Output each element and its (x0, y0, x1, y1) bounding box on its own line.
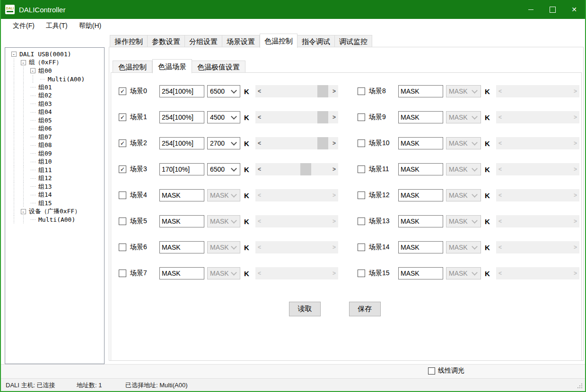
tree-expander[interactable]: - (18, 208, 28, 216)
scene-cct-select[interactable]: MASK (446, 111, 481, 123)
scene-level-input[interactable] (159, 267, 204, 279)
scene-cct-select[interactable]: 2700 (207, 137, 240, 149)
scene-checkbox[interactable] (119, 270, 126, 277)
main-tab-1[interactable]: 参数设置 (148, 35, 185, 47)
tree-expander[interactable]: - (18, 59, 28, 67)
scene-checkbox[interactable]: ✓ (119, 113, 126, 121)
scene-cct-select[interactable]: MASK (446, 267, 481, 279)
tree-row[interactable]: 组09 (5, 149, 104, 158)
scene-checkbox[interactable] (119, 192, 126, 199)
tree-row[interactable]: 组08 (5, 141, 104, 150)
tree-row[interactable]: -组（0xFF） (5, 59, 104, 67)
scroll-left-arrow-icon[interactable]: < (496, 189, 504, 201)
scene-cct-scrollbar[interactable]: <> (255, 111, 338, 123)
tree-row[interactable]: 组04 (5, 108, 104, 117)
tree-row[interactable]: 组01 (5, 83, 104, 92)
scroll-right-arrow-icon[interactable]: > (571, 163, 579, 175)
scroll-right-arrow-icon[interactable]: > (571, 241, 579, 253)
scroll-left-arrow-icon[interactable]: < (255, 241, 263, 253)
scrollbar-thumb[interactable] (300, 163, 311, 175)
tree-row[interactable]: Multi(A00) (5, 75, 104, 84)
menu-item-0[interactable]: 文件(F) (7, 19, 40, 33)
scene-level-input[interactable] (159, 85, 204, 97)
scene-level-input[interactable] (159, 137, 204, 149)
scroll-right-arrow-icon[interactable]: > (330, 189, 338, 201)
scene-cct-select[interactable]: MASK (207, 267, 240, 279)
scroll-right-arrow-icon[interactable]: > (571, 215, 579, 227)
scene-cct-scrollbar[interactable]: <> (255, 215, 338, 227)
scroll-right-arrow-icon[interactable]: > (330, 163, 338, 175)
scene-level-input[interactable] (398, 137, 443, 149)
scene-cct-select[interactable]: 6500 (207, 85, 240, 97)
scene-cct-select[interactable]: MASK (446, 137, 481, 149)
minimize-button[interactable] (520, 0, 542, 19)
scene-cct-scrollbar[interactable]: <> (496, 215, 579, 227)
scroll-left-arrow-icon[interactable]: < (496, 111, 504, 123)
scene-level-input[interactable] (159, 215, 204, 227)
scroll-left-arrow-icon[interactable]: < (496, 267, 504, 279)
scroll-right-arrow-icon[interactable]: > (571, 189, 579, 201)
scene-cct-scrollbar[interactable]: <> (496, 137, 579, 149)
scroll-left-arrow-icon[interactable]: < (255, 267, 263, 279)
scene-checkbox[interactable] (119, 244, 126, 251)
scroll-left-arrow-icon[interactable]: < (496, 85, 504, 97)
tree-row[interactable]: 组10 (5, 158, 104, 166)
scroll-right-arrow-icon[interactable]: > (330, 111, 338, 123)
scroll-left-arrow-icon[interactable]: < (496, 137, 504, 149)
scene-level-input[interactable] (398, 241, 443, 253)
tree-row[interactable]: -DALI USB(0001) (5, 50, 104, 59)
sub-tab-0[interactable]: 色温控制 (113, 61, 152, 73)
scene-cct-select[interactable]: MASK (446, 189, 481, 201)
scene-cct-scrollbar[interactable]: <> (255, 189, 338, 201)
scene-cct-scrollbar[interactable]: <> (496, 111, 579, 123)
scroll-right-arrow-icon[interactable]: > (571, 267, 579, 279)
menu-item-2[interactable]: 帮助(H) (73, 19, 107, 33)
scroll-left-arrow-icon[interactable]: < (496, 163, 504, 175)
main-tab-3[interactable]: 场景设置 (222, 35, 260, 47)
scene-cct-select[interactable]: 6500 (207, 163, 240, 175)
scroll-left-arrow-icon[interactable]: < (255, 215, 263, 227)
scene-cct-scrollbar[interactable]: <> (255, 163, 338, 175)
scene-level-input[interactable] (398, 215, 443, 227)
scene-cct-scrollbar[interactable]: <> (496, 85, 579, 97)
scene-cct-select[interactable]: MASK (207, 215, 240, 227)
tree-row[interactable]: 组02 (5, 92, 104, 100)
tree-row[interactable]: 组07 (5, 133, 104, 141)
main-tab-4[interactable]: 色温控制 (260, 34, 297, 48)
scroll-right-arrow-icon[interactable]: > (330, 215, 338, 227)
tree-row[interactable]: 组11 (5, 166, 104, 174)
tree-row[interactable]: 组12 (5, 174, 104, 183)
scroll-left-arrow-icon[interactable]: < (255, 85, 263, 97)
scene-checkbox[interactable] (358, 192, 365, 199)
scroll-right-arrow-icon[interactable]: > (571, 137, 579, 149)
resize-grip-icon[interactable] (581, 383, 582, 384)
linear-dimming-checkbox[interactable]: 线性调光 (428, 366, 464, 375)
scene-level-input[interactable] (398, 267, 443, 279)
scene-checkbox[interactable]: ✓ (119, 139, 126, 147)
scene-level-input[interactable] (398, 189, 443, 201)
tree-row[interactable]: 组15 (5, 199, 104, 208)
scene-level-input[interactable] (159, 189, 204, 201)
tree-row[interactable]: 组14 (5, 191, 104, 200)
tree-row[interactable]: -设备（广播0xFF） (5, 208, 104, 216)
close-button[interactable]: ✕ (563, 0, 585, 19)
scroll-right-arrow-icon[interactable]: > (571, 85, 579, 97)
scroll-left-arrow-icon[interactable]: < (496, 215, 504, 227)
scene-level-input[interactable] (159, 163, 204, 175)
save-button[interactable]: 保存 (349, 302, 381, 316)
tree-row[interactable]: 组05 (5, 116, 104, 125)
scene-cct-select[interactable]: MASK (446, 163, 481, 175)
tree-row[interactable]: 组03 (5, 100, 104, 108)
main-tab-0[interactable]: 操作控制 (110, 35, 148, 47)
main-tab-2[interactable]: 分组设置 (185, 35, 222, 47)
scene-cct-select[interactable]: MASK (207, 241, 240, 253)
tree-row[interactable]: 组13 (5, 183, 104, 191)
scene-checkbox[interactable] (358, 244, 365, 251)
scroll-right-arrow-icon[interactable]: > (330, 267, 338, 279)
scroll-right-arrow-icon[interactable]: > (330, 241, 338, 253)
scene-cct-select[interactable]: MASK (446, 215, 481, 227)
scene-cct-scrollbar[interactable]: <> (255, 267, 338, 279)
scroll-left-arrow-icon[interactable]: < (255, 111, 263, 123)
scrollbar-thumb[interactable] (317, 85, 328, 97)
tree-expander[interactable]: - (28, 67, 37, 75)
